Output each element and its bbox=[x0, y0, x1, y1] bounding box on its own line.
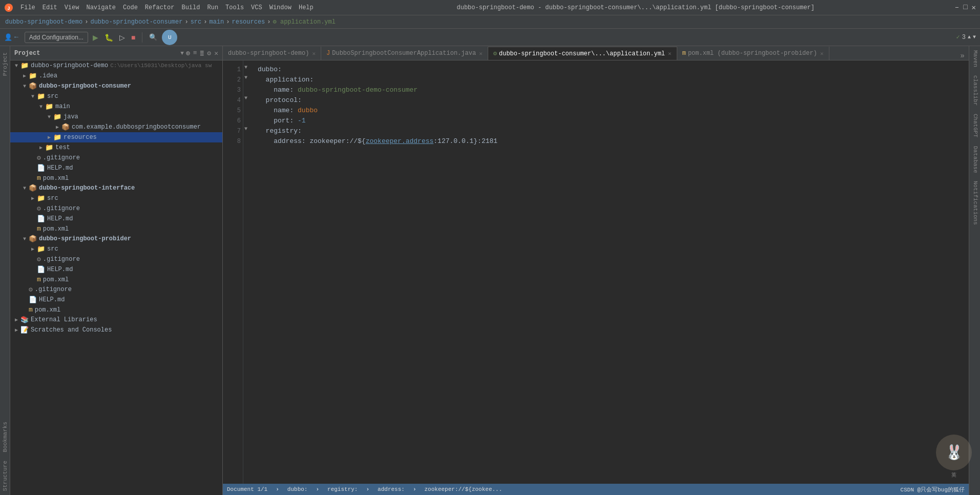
back-nav-icon[interactable]: ← bbox=[14, 33, 18, 41]
menu-refactor[interactable]: Refactor bbox=[142, 3, 178, 12]
run-with-coverage-button[interactable]: ▷ bbox=[117, 32, 128, 43]
panel-chatgpt[interactable]: ChatGPT bbox=[969, 110, 980, 141]
sidebar-label-structure[interactable]: Structure bbox=[1, 457, 9, 495]
tree-item-interface[interactable]: ▼ 📦 dubbo-springboot-interface bbox=[10, 183, 222, 193]
tree-arrow-src3: ▶ bbox=[29, 246, 37, 252]
title-bar: J File Edit View Navigate Code Refactor … bbox=[0, 0, 980, 15]
stop-button[interactable]: ■ bbox=[129, 32, 138, 43]
tab-java-label: DubboSpringbootConsumerApplication.java bbox=[332, 50, 476, 57]
tab-demo-close[interactable]: ✕ bbox=[312, 50, 316, 57]
tab-yml[interactable]: ⚙ dubbo-springboot-consumer\...\applicat… bbox=[488, 47, 677, 60]
tab-pom-close[interactable]: ✕ bbox=[820, 50, 824, 57]
fold-icon-3[interactable]: ▼ bbox=[244, 95, 247, 101]
tree-label-root-pom: pom.xml bbox=[35, 306, 60, 314]
menu-window[interactable]: Window bbox=[266, 3, 295, 12]
collapse-all-icon[interactable]: ≣ bbox=[200, 49, 204, 57]
expand-all-icon[interactable]: ≡ bbox=[193, 49, 197, 57]
menu-code[interactable]: Code bbox=[120, 3, 141, 12]
close-button[interactable]: ✕ bbox=[972, 3, 976, 12]
tree-item-root-pom[interactable]: m pom.xml bbox=[10, 305, 222, 315]
status-bc4[interactable]: zookeeper://${zookee... bbox=[425, 486, 503, 492]
tree-item-consumer[interactable]: ▼ 📦 dubbo-springboot-consumer bbox=[10, 81, 222, 91]
folder-icon-src2: 📁 bbox=[37, 194, 45, 202]
bc-file[interactable]: ⚙ application.yml bbox=[273, 18, 336, 26]
tree-item-helpmd1[interactable]: 📄 HELP.md bbox=[10, 163, 222, 173]
tree-item-helpmd3[interactable]: 📄 HELP.md bbox=[10, 264, 222, 275]
status-bc2[interactable]: registry: bbox=[327, 486, 358, 492]
debug-button[interactable]: 🐛 bbox=[102, 32, 116, 43]
bc-root[interactable]: dubbo-springboot-demo bbox=[5, 18, 82, 26]
tree-item-src3[interactable]: ▶ 📁 src bbox=[10, 244, 222, 254]
tree-arrow-probider: ▼ bbox=[20, 236, 29, 242]
panel-database[interactable]: Database bbox=[969, 142, 980, 177]
bc-consumer[interactable]: dubbo-springboot-consumer bbox=[90, 18, 182, 26]
tree-item-test1[interactable]: ▶ 📁 test bbox=[10, 142, 222, 153]
fold-icon-1[interactable]: ▼ bbox=[244, 65, 247, 70]
tree-item-src2[interactable]: ▶ 📁 src bbox=[10, 193, 222, 203]
sidebar-label-bookmarks[interactable]: Bookmarks bbox=[1, 418, 9, 456]
tree-item-scratches[interactable]: ▶ 📝 Scratches and Consoles bbox=[10, 325, 222, 335]
tree-item-java1[interactable]: ▼ 📁 java bbox=[10, 112, 222, 122]
tree-item-probider[interactable]: ▼ 📦 dubbo-springboot-probider bbox=[10, 234, 222, 244]
status-bc3[interactable]: address: bbox=[378, 486, 405, 492]
locate-file-icon[interactable]: ⊕ bbox=[186, 49, 190, 57]
menu-vcs[interactable]: VCS bbox=[248, 3, 265, 12]
menu-view[interactable]: View bbox=[61, 3, 82, 12]
line-num-3: 3 bbox=[225, 85, 241, 95]
search-everywhere-button[interactable]: 🔍 bbox=[147, 32, 160, 43]
tree-item-idea[interactable]: ▶ 📁 .idea bbox=[10, 71, 222, 81]
tab-demo[interactable]: dubbo-springboot-demo) ✕ bbox=[223, 47, 321, 60]
minimize-button[interactable]: – bbox=[955, 3, 959, 12]
panel-classlibrary[interactable]: classlibr bbox=[969, 71, 980, 110]
tree-item-pom2[interactable]: m pom.xml bbox=[10, 224, 222, 234]
tabs-more-button[interactable]: » bbox=[956, 52, 969, 60]
tree-item-git1[interactable]: ⚙ .gitignore bbox=[10, 153, 222, 163]
menu-run[interactable]: Run bbox=[204, 3, 221, 12]
tab-java-close[interactable]: ✕ bbox=[479, 50, 483, 57]
tree-item-resources[interactable]: ▶ 📁 resources bbox=[10, 132, 222, 142]
sidebar-label-project[interactable]: Project bbox=[1, 48, 9, 80]
menu-build[interactable]: Build bbox=[178, 3, 203, 12]
status-scope[interactable]: dubbo: bbox=[287, 486, 308, 492]
panel-maven[interactable]: Maven bbox=[969, 46, 980, 71]
profile-icon[interactable]: 👤 bbox=[4, 33, 12, 42]
fold-icon-4[interactable]: ▼ bbox=[244, 126, 247, 132]
tree-item-src1[interactable]: ▼ 📁 src bbox=[10, 91, 222, 101]
bc-src[interactable]: src bbox=[191, 18, 202, 26]
code-editor[interactable]: dubbo: application: name: dubbo-springbo… bbox=[252, 60, 969, 484]
tab-yml-close[interactable]: ✕ bbox=[668, 50, 672, 57]
tree-item-root[interactable]: ▼ 📁 dubbo-springboot-demo C:\Users\15031… bbox=[10, 60, 222, 71]
close-panel-icon[interactable]: ✕ bbox=[214, 49, 218, 57]
tree-item-git2[interactable]: ⚙ .gitignore bbox=[10, 203, 222, 214]
toolbar-separator bbox=[142, 32, 142, 43]
tree-item-pom3[interactable]: m pom.xml bbox=[10, 275, 222, 284]
tab-pom[interactable]: m pom.xml (dubbo-springboot-probider) ✕ bbox=[677, 47, 829, 60]
bc-resources[interactable]: resources bbox=[232, 18, 265, 26]
tree-item-helpmd2[interactable]: 📄 HELP.md bbox=[10, 214, 222, 224]
tree-item-main1[interactable]: ▼ 📁 main bbox=[10, 101, 222, 112]
tab-java[interactable]: J DubboSpringbootConsumerApplication.jav… bbox=[321, 47, 488, 60]
bc-sep4: › bbox=[226, 18, 230, 26]
settings-icon[interactable]: ⚙ bbox=[207, 49, 211, 57]
maximize-button[interactable]: □ bbox=[963, 3, 967, 12]
tree-item-git3[interactable]: ⚙ .gitignore bbox=[10, 254, 222, 264]
menu-file[interactable]: File bbox=[17, 3, 38, 12]
tree-item-root-git[interactable]: ⚙ .gitignore bbox=[10, 284, 222, 295]
tree-item-pom1[interactable]: m pom.xml bbox=[10, 173, 222, 183]
menu-navigate[interactable]: Navigate bbox=[83, 3, 119, 12]
menu-edit[interactable]: Edit bbox=[39, 3, 60, 12]
bc-main[interactable]: main bbox=[209, 18, 224, 26]
tree-arrow-package: ▶ bbox=[53, 124, 61, 130]
panel-notifications[interactable]: Notifications bbox=[969, 177, 980, 229]
fold-icon-2[interactable]: ▼ bbox=[244, 75, 247, 80]
tree-item-package[interactable]: ▶ 📦 com.example.dubbospringbootconsumer bbox=[10, 122, 222, 132]
menu-help[interactable]: Help bbox=[296, 3, 317, 12]
run-button[interactable]: ▶ bbox=[90, 32, 101, 43]
add-configuration-button[interactable]: Add Configuration... bbox=[25, 32, 88, 43]
panel-dropdown-icon[interactable]: ▼ bbox=[180, 50, 184, 56]
line-num-6: 6 bbox=[225, 116, 241, 126]
user-avatar[interactable]: U bbox=[162, 30, 177, 45]
tree-item-external[interactable]: ▶ 📚 External Libraries bbox=[10, 315, 222, 325]
tree-item-root-helpmd[interactable]: 📄 HELP.md bbox=[10, 295, 222, 305]
menu-tools[interactable]: Tools bbox=[222, 3, 247, 12]
